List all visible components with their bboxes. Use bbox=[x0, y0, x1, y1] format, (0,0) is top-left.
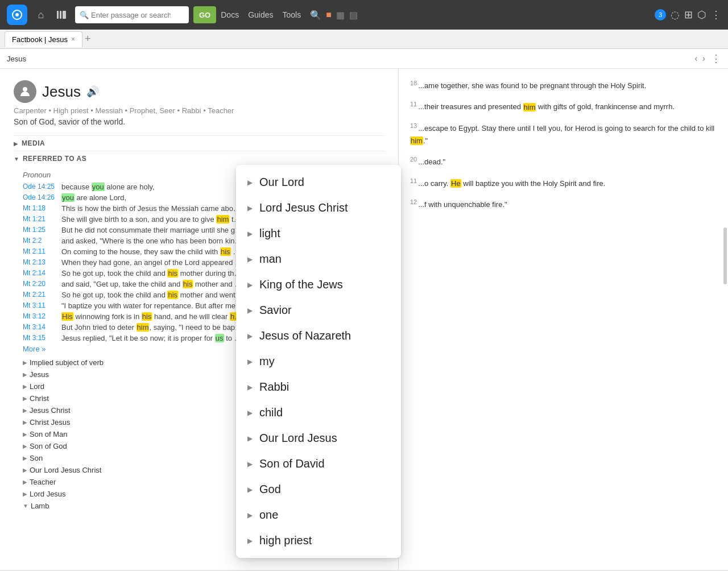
more-menu-icon[interactable]: ⋮ bbox=[711, 9, 721, 21]
tree-expand-icon: ▶ bbox=[23, 479, 27, 485]
tab-close-button[interactable]: × bbox=[71, 35, 75, 43]
bible-text: 18...ame together, she was found to be p… bbox=[410, 78, 717, 212]
verse-ref[interactable]: Mt 1:21 bbox=[23, 215, 57, 224]
verse-text: and asked, "Where is the one who has bee… bbox=[61, 237, 243, 245]
dropdown-item-lord-jesus-christ[interactable]: ▶ Lord Jesus Christ bbox=[236, 195, 401, 221]
verse-text: because you alone are holy, bbox=[61, 183, 155, 191]
verse-text: But he did not consummate their marriage… bbox=[61, 226, 243, 234]
verse-ref[interactable]: Mt 3:11 bbox=[23, 301, 57, 310]
verse-text: This is how the birth of Jesus the Messi… bbox=[61, 204, 243, 213]
dropdown-item-our-lord[interactable]: ▶ Our Lord bbox=[236, 169, 401, 195]
dropdown-item-light[interactable]: ▶ light bbox=[236, 221, 401, 246]
dropdown-item-one[interactable]: ▶ one bbox=[236, 502, 401, 528]
article-subtitle: Carpenter • High priest • Messiah • Prop… bbox=[14, 106, 384, 115]
dropdown-expand-icon: ▶ bbox=[247, 179, 253, 187]
referred-expand-icon: ▼ bbox=[14, 156, 19, 162]
verse-ref[interactable]: Mt 2:21 bbox=[23, 291, 57, 299]
dropdown-item-my[interactable]: ▶ my bbox=[236, 349, 401, 374]
verse-text: His winnowing fork is in his hand, and h… bbox=[61, 312, 243, 321]
layout-icon[interactable]: ⊞ bbox=[684, 9, 693, 21]
verse-ref[interactable]: Mt 2:11 bbox=[23, 247, 57, 256]
dropdown-expand-icon: ▶ bbox=[247, 358, 253, 366]
dropdown-item-high-priest[interactable]: ▶ high priest bbox=[236, 528, 401, 553]
tree-item-label: Christ Jesus bbox=[30, 418, 71, 427]
media-expand-icon: ▶ bbox=[14, 140, 18, 147]
verse-ref[interactable]: Mt 1:18 bbox=[23, 204, 57, 213]
tools-link[interactable]: Tools bbox=[283, 10, 301, 19]
dropdown-item-king-of-the-jews[interactable]: ▶ King of the Jews bbox=[236, 272, 401, 297]
dropdown-item-man[interactable]: ▶ man bbox=[236, 246, 401, 272]
verse-text: you are alone Lord, bbox=[61, 193, 126, 202]
home-button[interactable]: ⌂ bbox=[32, 6, 50, 24]
dropdown-item-rabbi[interactable]: ▶ Rabbi bbox=[236, 374, 401, 400]
verse-text: and said, "Get up, take the child and hi… bbox=[61, 280, 243, 288]
referred-section-header[interactable]: ▼ REFERRED TO AS bbox=[14, 151, 384, 166]
resource-icon-1[interactable]: 🔍 bbox=[310, 10, 321, 20]
verse-ref[interactable]: Mt 3:14 bbox=[23, 323, 57, 332]
go-button[interactable]: GO bbox=[193, 6, 216, 23]
dropdown-item-jesus-of-nazareth[interactable]: ▶ Jesus of Nazareth bbox=[236, 323, 401, 349]
address-input[interactable] bbox=[7, 55, 689, 63]
search-input[interactable] bbox=[91, 11, 171, 19]
verse-text: So he got up, took the child and his mot… bbox=[61, 269, 243, 278]
verse-ref[interactable]: Mt 3:12 bbox=[23, 312, 57, 321]
tree-item-label: Implied subject of verb bbox=[30, 358, 104, 367]
toolbar-nav: ⌂ bbox=[32, 6, 71, 24]
verse-text: On coming to the house, they saw the chi… bbox=[61, 247, 243, 256]
tree-item-label: Christ bbox=[30, 394, 49, 403]
factbook-jesus-tab[interactable]: Factbook | Jesus × bbox=[5, 31, 82, 47]
dropdown-item-label: Our Lord Jesus bbox=[259, 432, 337, 445]
share-icon[interactable]: ⬡ bbox=[697, 9, 706, 21]
dropdown-expand-icon: ▶ bbox=[247, 537, 253, 545]
dropdown-item-label: Jesus of Nazareth bbox=[259, 329, 351, 342]
verse-text: Jesus replied, "Let it be so now; it is … bbox=[61, 334, 243, 342]
verse-ref[interactable]: Mt 1:25 bbox=[23, 226, 57, 234]
audio-icon[interactable]: 🔊 bbox=[86, 85, 99, 98]
tree-item-label: Lord Jesus bbox=[30, 490, 66, 498]
docs-link[interactable]: Docs bbox=[221, 10, 239, 19]
verse-ref[interactable]: Mt 2:20 bbox=[23, 280, 57, 288]
resource-icon-2[interactable]: ■ bbox=[326, 10, 332, 20]
library-button[interactable] bbox=[52, 6, 71, 24]
tree-expand-icon: ▶ bbox=[23, 491, 27, 497]
verse-ref[interactable]: Ode 14:25 bbox=[23, 183, 57, 191]
dropdown-item-label: high priest bbox=[259, 534, 312, 547]
tree-expand-icon: ▶ bbox=[23, 467, 27, 473]
verse-ref[interactable]: Mt 2:2 bbox=[23, 237, 57, 245]
verse-text: "I baptize you with water for repentance… bbox=[61, 301, 243, 310]
tree-expand-icon: ▶ bbox=[23, 383, 27, 390]
scrollbar-thumb[interactable] bbox=[723, 227, 727, 284]
search-box: 🔍 bbox=[75, 6, 189, 23]
dropdown-expand-icon: ▶ bbox=[247, 460, 253, 468]
dropdown-item-son-of-david[interactable]: ▶ Son of David bbox=[236, 451, 401, 477]
tab-label: Factbook | Jesus bbox=[12, 35, 68, 44]
tree-expand-icon: ▶ bbox=[23, 455, 27, 461]
dropdown-expand-icon: ▶ bbox=[247, 307, 253, 315]
dropdown-item-child[interactable]: ▶ child bbox=[236, 400, 401, 425]
tree-item-label: Teacher bbox=[30, 478, 56, 486]
dropdown-item-god[interactable]: ▶ God bbox=[236, 477, 401, 502]
new-tab-button[interactable]: + bbox=[85, 33, 91, 45]
dropdown-expand-icon: ▶ bbox=[247, 204, 253, 212]
addressbar-more-button[interactable]: ⋮ bbox=[711, 52, 721, 65]
tree-item-label: Lord bbox=[30, 382, 44, 391]
right-panel: 18...ame together, she was found to be p… bbox=[398, 69, 728, 570]
verse-ref[interactable]: Mt 2:13 bbox=[23, 258, 57, 267]
dropdown-item-savior[interactable]: ▶ Savior bbox=[236, 297, 401, 323]
dropdown-item-label: Lord Jesus Christ bbox=[259, 201, 348, 214]
resource-icon-3[interactable]: ▦ bbox=[336, 10, 345, 20]
dropdown-item-our-lord-jesus[interactable]: ▶ Our Lord Jesus bbox=[236, 425, 401, 451]
dropdown-item-label: light bbox=[259, 227, 280, 240]
resource-icon-4[interactable]: ▤ bbox=[349, 10, 358, 20]
dropdown-expand-icon: ▶ bbox=[247, 281, 253, 289]
verse-ref[interactable]: Ode 14:26 bbox=[23, 193, 57, 202]
svg-rect-2 bbox=[57, 11, 59, 19]
dropdown-item-label: Savior bbox=[259, 304, 292, 317]
media-section-header[interactable]: ▶ MEDIA bbox=[14, 135, 384, 151]
verse-ref[interactable]: Mt 3:15 bbox=[23, 334, 57, 342]
forward-button[interactable]: › bbox=[701, 52, 706, 65]
app-logo[interactable] bbox=[7, 5, 27, 25]
guides-link[interactable]: Guides bbox=[248, 10, 273, 19]
back-button[interactable]: ‹ bbox=[693, 52, 698, 65]
verse-ref[interactable]: Mt 2:14 bbox=[23, 269, 57, 278]
